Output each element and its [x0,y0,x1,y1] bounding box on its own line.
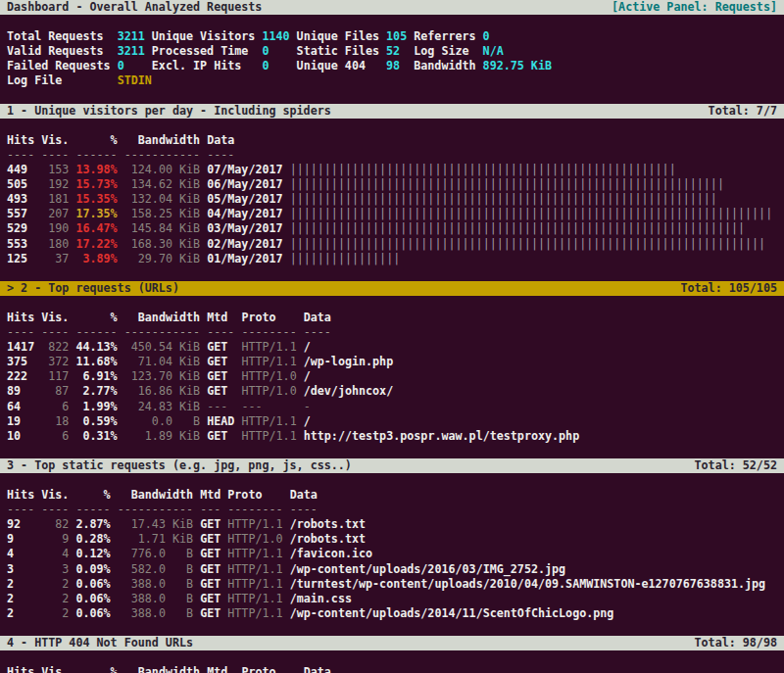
cell-hits: 1417 [7,340,34,354]
cell-pct: 2.77% [75,384,117,398]
cell-vis: 2 [41,592,69,605]
cell-vis: 82 [41,517,69,531]
cell-mtd: GET [200,592,220,605]
cell-pct: 17.22% [75,237,117,251]
panel-header-1[interactable]: 1 - Unique visitors per day - Including … [0,104,784,119]
dashes: ---- [304,325,331,339]
cell-bw: 776.0 B [118,547,193,560]
blank-line [0,444,784,458]
cell-pct: 0.31% [75,429,117,443]
cell-bw: 582.0 B [118,562,193,576]
panel-title: 3 - Top static requests (e.g. jpg, png, … [7,458,352,473]
cell-proto: HTTP/1.0 [241,384,296,398]
col-header-proto: Proto [241,311,296,324]
cell-data: /wp-content/uploads/2014/11/ScentOfChicL… [290,606,614,620]
cell-data: /robots.txt [290,532,366,546]
cell-vis: 153 [41,163,69,176]
cell-bw: 168.30 KiB [124,237,200,251]
cell-bw: 388.0 B [118,592,193,605]
cell-vis: 117 [41,369,69,383]
blank-line [0,15,784,29]
panel-title: > 2 - Top requests (URLs) [7,281,179,296]
table-row: 505 192 15.73% 134.62 KiB 06/May/2017 ||… [0,177,784,192]
hits-bar-chart: ||||||||||||||||||||||||||||||||||||||||… [290,177,724,191]
panel-header-4[interactable]: 4 - HTTP 404 Not Found URLsTotal: 98/98 [0,636,784,650]
cell-bw: 1.71 KiB [118,532,193,546]
cell-vis: 180 [41,237,69,251]
cell-hits: 2 [7,592,34,605]
dashes: ------ [75,148,117,162]
table-row: 493 181 15.35% 132.04 KiB 05/May/2017 ||… [0,192,784,207]
blank-line [0,621,784,636]
cell-pct: 16.47% [75,221,117,235]
cell-proto: HTTP/1.1 [227,606,282,620]
blank-line [0,89,784,104]
cell-bw: 0.0 B [124,414,200,428]
cell-bw: 1.89 KiB [124,429,200,443]
table-row: 2 2 0.06% 388.0 B GET HTTP/1.1 /wp-conte… [0,606,784,621]
cell-proto: HTTP/1.1 [241,340,296,354]
cell-vis: 87 [41,384,69,398]
column-header-row: Hits Vis. % Bandwidth Mtd Proto Data [0,311,784,325]
stat-value: 0 [483,29,490,43]
cell-proto: HTTP/1.1 [241,414,296,428]
dashes: --- [200,503,220,516]
cell-data: /turntest/wp-content/uploads/2010/04/09.… [290,577,766,591]
cell-hits: 10 [7,429,34,443]
cell-bw: 158.25 KiB [124,207,200,220]
panel-header-2[interactable]: > 2 - Top requests (URLs)Total: 105/105 [0,281,784,296]
stat-value: 3211 [118,44,152,58]
table-row: 553 180 17.22% 168.30 KiB 02/May/2017 ||… [0,237,784,252]
cell-mtd: GET [207,369,234,383]
table-row: 19 18 0.59% 0.0 B HEAD HTTP/1.1 / [0,414,784,429]
col-header-mtd: Mtd [200,488,220,502]
cell-pct: 6.91% [75,369,117,383]
column-dashes-row: ---- ---- ------ ----------- ---- [0,148,784,163]
stat-value: 0 [262,59,296,72]
cell-proto: HTTP/1.1 [241,429,296,443]
table-row: 375 372 11.68% 71.04 KiB GET HTTP/1.1 /w… [0,355,784,369]
dashes: ---- [207,148,234,162]
cell-hits: 553 [7,237,34,251]
panel-header-3[interactable]: 3 - Top static requests (e.g. jpg, png, … [0,458,784,473]
cell-hits: 89 [7,384,34,398]
dashes: ------ [75,325,117,339]
table-row: 3 3 0.09% 582.0 B GET HTTP/1.1 /wp-conte… [0,562,784,577]
table-row: 125 37 3.89% 29.70 KiB 01/May/2017 |||||… [0,252,784,266]
column-dashes-row: ---- ---- ----- ----------- --- --------… [0,503,784,517]
cell-vis: 372 [41,355,69,368]
active-panel-indicator: [Active Panel: Requests] [612,0,777,15]
cell-pct: 0.06% [75,577,110,591]
table-row: 64 6 1.99% 24.83 KiB --- --- - [0,400,784,414]
table-row: 4 4 0.12% 776.0 B GET HTTP/1.1 /favicon.… [0,547,784,561]
cell-vis: 192 [41,177,69,191]
stat-value: 0 [262,44,296,58]
hits-bar-chart: ||||||||||||||||||||||||||||||||||||||||… [290,207,773,220]
cell-hits: 9 [7,532,34,546]
app-title: Dashboard - Overall Analyzed Requests [7,0,262,15]
cell-vis: 2 [41,577,69,591]
cell-pct: 2.87% [75,517,110,531]
cell-proto: HTTP/1.1 [227,517,282,531]
summary-row: Total Requests 3211 Unique Visitors 1140… [0,29,784,44]
cell-data: 07/May/2017 [207,163,282,176]
dashes: ---- [41,148,69,162]
table-row: 89 87 2.77% 16.86 KiB GET HTTP/1.0 /dev/… [0,384,784,399]
dashes: ---- [41,503,69,516]
col-header-proto: Proto [227,488,282,502]
panel-2: > 2 - Top requests (URLs)Total: 105/105H… [0,281,784,458]
col-header-hits: Hits [7,488,34,502]
cell-hits: 19 [7,414,34,428]
dashes: ----------- [124,325,200,339]
stat-value: 1140 [262,29,296,43]
cell-pct: 0.06% [75,592,110,605]
cell-pct: 17.35% [75,207,117,220]
stat-label: Valid Requests [7,44,118,58]
cell-vis: 6 [41,429,69,443]
blank-line [0,296,784,311]
stat-label: Log Size [414,44,482,58]
col-header-data: Data [290,488,318,502]
cell-vis: 2 [41,606,69,620]
col-header-data: Data [207,133,282,147]
col-header-hits: Hits [7,311,34,324]
